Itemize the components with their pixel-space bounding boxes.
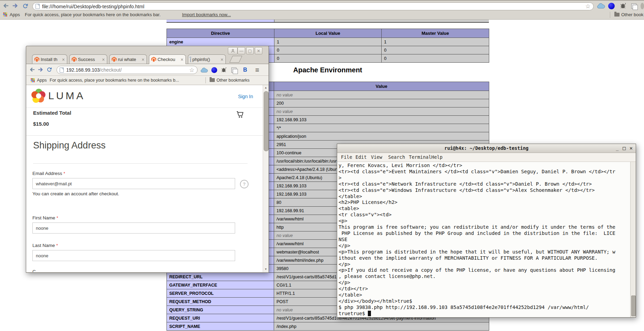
value-cell: 0 — [382, 54, 489, 63]
sign-in-link[interactable]: Sign In — [238, 94, 253, 99]
column-header: Master Value — [382, 29, 489, 38]
terminal-menu-terminal[interactable]: Terminal — [409, 154, 431, 160]
folder-icon — [614, 13, 620, 17]
checkout-url-bar[interactable]: 192.168.99.103/checkout/ ☆ — [57, 66, 198, 74]
terminal-line: <h2>PHP License</h2> — [339, 199, 630, 206]
back-button[interactable] — [28, 66, 36, 73]
value-cell: /index.php — [274, 322, 489, 331]
reload-button[interactable] — [21, 2, 29, 10]
shipping-address-title: Shipping Address — [33, 140, 105, 151]
blue-sphere-extension-icon[interactable] — [210, 66, 218, 74]
terminal-line: </p> — [339, 261, 630, 268]
pages-extension-icon[interactable] — [630, 2, 638, 10]
bug-extension-icon[interactable] — [619, 2, 627, 10]
terminal-line: <p>This program is distributed in the ho… — [339, 249, 630, 255]
b-extension-icon[interactable]: B — [241, 66, 249, 74]
terminal-line: <tr><td class="e">Network Infrastructure… — [339, 181, 630, 187]
forward-button[interactable] — [36, 66, 44, 73]
terminal-maximize-button[interactable]: □ — [621, 145, 627, 152]
back-button[interactable] — [2, 2, 10, 10]
variable-cell: REDIRECT_URL — [167, 273, 274, 281]
profile-button[interactable] — [228, 47, 238, 54]
terminal-title: rui@h4x: ~/Desktop/edb-testing — [444, 145, 529, 151]
terminal-minimize-button[interactable]: _ — [614, 145, 621, 152]
tab-rui-whate[interactable]: rui whate× — [109, 54, 147, 64]
bookmark-star-icon[interactable]: ☆ — [189, 67, 194, 73]
reload-button[interactable] — [45, 66, 53, 73]
terminal-content[interactable]: y, Ferenc Kovacs, Levi Morrison </td></t… — [337, 162, 630, 317]
scrollbar-thumb[interactable] — [264, 91, 269, 151]
cloud-extension-icon[interactable] — [200, 66, 208, 74]
page-icon — [36, 4, 40, 9]
terminal-cursor — [368, 311, 371, 316]
first-name-label: First Name* — [32, 215, 58, 220]
clipped-extension-icon[interactable] — [641, 2, 644, 10]
value-cell: no value — [274, 91, 489, 99]
email-field[interactable]: whatever@mail.pt — [32, 178, 235, 189]
close-tab-icon[interactable]: × — [142, 57, 144, 62]
last-name-field[interactable]: noone — [32, 250, 235, 261]
tab-success[interactable]: Success× — [69, 54, 107, 64]
new-tab-button[interactable] — [229, 56, 242, 63]
main-browser-toolbar: file:///home/rui/Desktop/edb-testing/php… — [0, 0, 644, 20]
scroll-up-icon[interactable]: ▲ — [263, 85, 269, 90]
tab-label: Install th — [41, 57, 61, 62]
folder-icon — [210, 78, 215, 82]
bug-extension-icon[interactable] — [220, 66, 228, 74]
tab-install-th[interactable]: Install th× — [32, 54, 67, 64]
variable-cell: REQUEST_URI — [167, 314, 274, 322]
terminal-line: y, Ferenc Kovacs, Levi Morrison </td></t… — [339, 163, 630, 169]
value-cell: 192.168.99.103 — [274, 116, 489, 124]
window-minimize-button[interactable]: — — [238, 47, 245, 54]
tab-phpinfo-[interactable]: phpinfo()× — [188, 54, 226, 64]
blue-sphere-extension-icon[interactable] — [607, 2, 615, 10]
bookmark-star-icon[interactable]: ☆ — [585, 3, 591, 9]
apps-grid-icon[interactable] — [3, 12, 7, 17]
import-bookmarks-link[interactable]: Import bookmarks now... — [182, 12, 231, 17]
apps-label[interactable]: Apps — [10, 12, 20, 17]
main-url-bar[interactable]: file:///home/rui/Desktop/edb-testing/php… — [32, 2, 594, 10]
cloud-extension-icon[interactable] — [597, 2, 605, 10]
terminal-close-button[interactable]: ✕ — [628, 145, 634, 152]
other-bookmarks[interactable]: Other bookmarks — [210, 78, 250, 83]
close-tab-icon[interactable]: × — [62, 57, 65, 62]
brand-name: LUMA — [48, 90, 85, 102]
magento-icon — [72, 57, 77, 62]
checkout-scrollbar[interactable]: ▲ ▼ — [263, 85, 269, 272]
apps-label[interactable]: Apps — [37, 78, 47, 83]
terminal-scrollbar[interactable] — [630, 162, 636, 317]
email-help-icon[interactable]: ? — [240, 180, 249, 188]
terminal-menu-edit[interactable]: Edit — [355, 154, 367, 160]
checkout-bookmarks-bar: Apps For quick access, place your bookma… — [26, 76, 269, 85]
close-tab-icon[interactable]: × — [221, 57, 223, 62]
apps-grid-icon[interactable] — [31, 78, 35, 82]
scroll-down-icon[interactable]: ▼ — [263, 267, 269, 272]
terminal-menu-file[interactable]: File — [341, 154, 352, 160]
other-bookmarks[interactable]: Other book — [614, 12, 643, 17]
scrollbar-thumb[interactable] — [631, 296, 636, 316]
terminal-line: This program is free software; you can r… — [339, 224, 630, 230]
window-close-button[interactable]: ✕ — [255, 47, 262, 54]
window-maximize-button[interactable]: ▢ — [246, 47, 254, 54]
forward-button[interactable] — [11, 2, 19, 10]
tab-checkou[interactable]: Checkou× — [149, 54, 186, 64]
close-tab-icon[interactable]: × — [102, 57, 105, 62]
terminal-titlebar: rui@h4x: ~/Desktop/edb-testing _ □ ✕ — [337, 144, 636, 153]
terminal-line: <p>If you did not receive a copy of the … — [339, 267, 630, 273]
company-label-partial: C — [32, 269, 36, 272]
variable-cell: QUERY_STRING — [167, 306, 274, 314]
terminal-menu-search[interactable]: Search — [388, 154, 405, 160]
cart-count-badge[interactable]: 1 — [247, 109, 255, 118]
close-tab-icon[interactable]: × — [181, 57, 183, 62]
terminal-line: <tr class="v"><td> — [339, 212, 630, 218]
terminal-menu-view[interactable]: View — [371, 154, 382, 160]
first-name-field[interactable]: noone — [32, 223, 235, 234]
column-header: Directive — [167, 29, 274, 38]
cart-icon[interactable] — [235, 110, 245, 118]
last-name-label: Last Name* — [32, 243, 58, 248]
menu-icon[interactable]: ≡ — [253, 66, 261, 74]
email-label: Email Address* — [32, 171, 65, 176]
pages-extension-icon[interactable] — [230, 66, 238, 74]
value-cell: 0 — [382, 46, 489, 54]
terminal-menu-help[interactable]: Help — [431, 154, 443, 160]
